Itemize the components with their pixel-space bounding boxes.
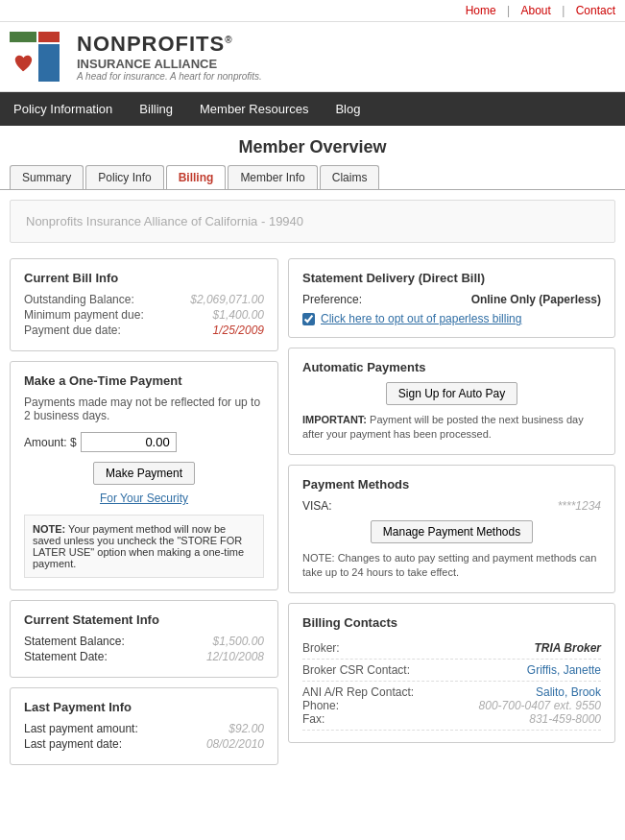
payment-methods-card: Payment Methods VISA: ****1234 Manage Pa…	[288, 465, 615, 593]
payment-note-box: NOTE: Your payment method will now be sa…	[24, 515, 264, 578]
stmt-date: Statement Date: 12/10/2008	[24, 650, 264, 663]
stmt-balance-value: $1,500.00	[213, 635, 264, 648]
top-navigation: Home | About | Contact	[0, 0, 625, 22]
payment-methods-note: NOTE: Changes to auto pay setting and pa…	[302, 551, 601, 581]
current-statement-title: Current Statement Info	[24, 612, 264, 627]
bill-due-date: Payment due date: 1/25/2009	[24, 324, 264, 337]
heart-icon	[12, 53, 34, 74]
auto-pay-center: Sign Up for Auto Pay	[302, 382, 601, 405]
ani-label: ANI A/R Rep Contact:	[302, 685, 414, 699]
tab-member-info[interactable]: Member Info	[228, 165, 317, 189]
bill-outstanding-label: Outstanding Balance:	[24, 293, 134, 306]
fax-row: Fax: 831-459-8000	[302, 712, 601, 726]
tab-billing[interactable]: Billing	[166, 165, 227, 189]
home-link[interactable]: Home	[466, 4, 496, 17]
last-pay-date-value: 08/02/2010	[206, 737, 264, 751]
sign-up-auto-pay-button[interactable]: Sign Up for Auto Pay	[386, 382, 517, 405]
main-content: Current Bill Info Outstanding Balance: $…	[0, 251, 625, 773]
ani-top-row: ANI A/R Rep Contact: Salito, Brook	[302, 685, 601, 699]
amount-input[interactable]	[81, 432, 177, 452]
logo-heart-cell	[10, 44, 36, 82]
amount-row: Amount: $	[24, 432, 264, 452]
one-time-payment-card: Make a One-Time Payment Payments made ma…	[10, 361, 278, 590]
bill-outstanding: Outstanding Balance: $2,069,071.00	[24, 293, 264, 306]
payment-note: Payments made may not be reflected for u…	[24, 396, 264, 422]
important-strong: IMPORTANT:	[302, 414, 367, 425]
current-bill-card: Current Bill Info Outstanding Balance: $…	[10, 258, 278, 351]
last-payment-card: Last Payment Info Last payment amount: $…	[10, 687, 278, 765]
contact-link[interactable]: Contact	[576, 4, 615, 17]
logo-tagline: A head for insurance. A heart for nonpro…	[77, 71, 262, 82]
auto-pay-note: IMPORTANT: Payment will be posted the ne…	[302, 413, 601, 443]
main-navigation: Policy Information Billing Member Resour…	[0, 92, 625, 126]
broker-label: Broker:	[302, 641, 340, 655]
ani-rep-block: ANI A/R Rep Contact: Salito, Brook Phone…	[302, 682, 601, 731]
nav-blog[interactable]: Blog	[322, 92, 373, 126]
phone-label: Phone:	[302, 699, 339, 712]
paperless-checkbox[interactable]	[302, 313, 315, 325]
visa-row: VISA: ****1234	[302, 499, 601, 513]
make-payment-button[interactable]: Make Payment	[93, 462, 195, 485]
logo-area: NONPROFITS® INSURANCE ALLIANCE A head fo…	[0, 22, 625, 92]
stmt-date-value: 12/10/2008	[206, 650, 264, 663]
phone-row: Phone: 800-700-0407 ext. 9550	[302, 699, 601, 712]
ani-value: Salito, Brook	[536, 685, 601, 699]
bill-minimum-label: Minimum payment due:	[24, 308, 144, 322]
fax-label: Fax:	[302, 712, 325, 726]
current-bill-title: Current Bill Info	[24, 271, 264, 285]
security-link[interactable]: For Your Security	[100, 492, 188, 505]
bill-minimum-value: $1,400.00	[213, 308, 264, 322]
logo-green-cell	[10, 32, 36, 42]
nav-billing[interactable]: Billing	[126, 92, 186, 126]
automatic-payments-card: Automatic Payments Sign Up for Auto Pay …	[288, 348, 615, 455]
last-pay-date: Last payment date: 08/02/2010	[24, 737, 264, 751]
bill-minimum: Minimum payment due: $1,400.00	[24, 308, 264, 322]
about-link[interactable]: About	[520, 4, 550, 17]
left-column: Current Bill Info Outstanding Balance: $…	[10, 258, 278, 765]
note-strong: NOTE:	[33, 523, 65, 535]
automatic-payments-title: Automatic Payments	[302, 360, 601, 374]
pref-label: Preference:	[302, 293, 362, 306]
tab-summary[interactable]: Summary	[10, 165, 84, 189]
bill-due-label: Payment due date:	[24, 324, 121, 337]
nav-member-resources[interactable]: Member Resources	[186, 92, 322, 126]
broker-value: TRIA Broker	[534, 641, 601, 655]
visa-label: VISA:	[302, 499, 332, 513]
payment-methods-title: Payment Methods	[302, 477, 601, 492]
pref-value: Online Only (Paperless)	[471, 293, 601, 306]
nav-policy-information[interactable]: Policy Information	[0, 92, 126, 126]
broker-csr-row: Broker CSR Contact: Griffis, Janette	[302, 660, 601, 682]
stmt-balance-label: Statement Balance:	[24, 635, 125, 648]
page-title: Member Overview	[0, 126, 625, 165]
phone-value: 800-700-0407 ext. 9550	[479, 699, 601, 712]
manage-payment-button[interactable]: Manage Payment Methods	[371, 520, 533, 543]
billing-contacts-card: Billing Contacts Broker: TRIA Broker Bro…	[288, 603, 615, 743]
stmt-balance: Statement Balance: $1,500.00	[24, 635, 264, 648]
note-text: Your payment method will now be saved un…	[33, 523, 244, 569]
visa-value: ****1234	[558, 499, 601, 513]
one-time-payment-title: Make a One-Time Payment	[24, 373, 264, 388]
last-pay-amount-label: Last payment amount:	[24, 722, 138, 735]
fax-value: 831-459-8000	[529, 712, 601, 726]
logo-box	[10, 32, 67, 82]
broker-csr-value: Griffis, Janette	[527, 663, 601, 677]
paperless-checkbox-row: Click here to opt out of paperless billi…	[302, 312, 601, 325]
right-column: Statement Delivery (Direct Bill) Prefere…	[288, 258, 615, 765]
broker-row: Broker: TRIA Broker	[302, 637, 601, 660]
manage-payment-btn-row: Manage Payment Methods	[302, 520, 601, 543]
logo-grid	[10, 32, 60, 82]
bill-outstanding-value: $2,069,071.00	[190, 293, 264, 306]
tab-claims[interactable]: Claims	[320, 165, 380, 189]
current-statement-card: Current Statement Info Statement Balance…	[10, 600, 278, 678]
paperless-link[interactable]: Click here to opt out of paperless billi…	[321, 312, 521, 325]
logo-title: NONPROFITS®	[77, 32, 262, 57]
broker-csr-label: Broker CSR Contact:	[302, 663, 410, 677]
last-pay-date-label: Last payment date:	[24, 737, 122, 751]
stmt-date-label: Statement Date:	[24, 650, 108, 663]
amount-label: Amount: $	[24, 436, 77, 449]
last-payment-title: Last Payment Info	[24, 700, 264, 714]
statement-delivery-title: Statement Delivery (Direct Bill)	[302, 271, 601, 285]
tab-bar: Summary Policy Info Billing Member Info …	[0, 165, 625, 190]
org-bar: Nonprofits Insurance Alliance of Califor…	[10, 200, 615, 243]
tab-policy-info[interactable]: Policy Info	[85, 165, 163, 189]
